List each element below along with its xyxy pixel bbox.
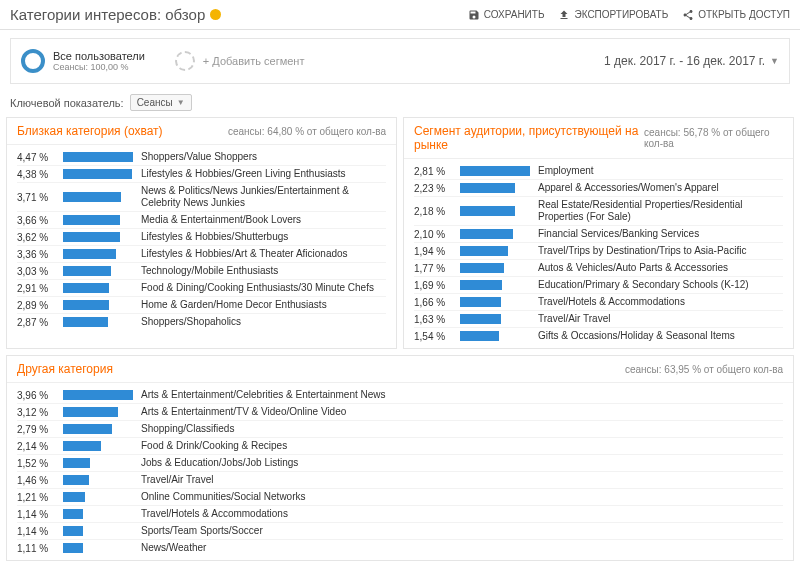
table-row[interactable]: 3,96 %Arts & Entertainment/Celebrities &… (17, 387, 783, 404)
row-label: Travel/Hotels & Accommodations (538, 296, 783, 308)
other-title[interactable]: Другая категория (17, 362, 113, 376)
row-label: Shoppers/Shopaholics (141, 316, 386, 328)
bar (63, 249, 116, 259)
affinity-title[interactable]: Близкая категория (охват) (17, 124, 163, 138)
table-row[interactable]: 2,81 %Employment (414, 163, 783, 180)
top-panels: Близкая категория (охват) сеансы: 64,80 … (0, 117, 800, 349)
title-text: Категории интересов: обзор (10, 6, 205, 23)
table-row[interactable]: 3,12 %Arts & Entertainment/TV & Video/On… (17, 404, 783, 421)
row-label: Media & Entertainment/Book Lovers (141, 214, 386, 226)
table-row[interactable]: 1,66 %Travel/Hotels & Accommodations (414, 294, 783, 311)
bar (63, 543, 83, 553)
share-button[interactable]: ОТКРЫТЬ ДОСТУП (682, 9, 790, 21)
bar-wrap (63, 300, 133, 310)
bar-wrap (63, 526, 133, 536)
add-segment-label: + Добавить сегмент (203, 55, 305, 67)
table-row[interactable]: 1,46 %Travel/Air Travel (17, 472, 783, 489)
table-row[interactable]: 1,94 %Travel/Trips by Destination/Trips … (414, 243, 783, 260)
table-row[interactable]: 3,66 %Media & Entertainment/Book Lovers (17, 212, 386, 229)
table-row[interactable]: 1,77 %Autos & Vehicles/Auto Parts & Acce… (414, 260, 783, 277)
save-button[interactable]: СОХРАНИТЬ (468, 9, 545, 21)
percent-value: 3,66 % (17, 215, 63, 226)
export-button[interactable]: ЭКСПОРТИРОВАТЬ (558, 9, 668, 21)
bar-wrap (460, 331, 530, 341)
segment-all-users[interactable]: Все пользователи Сеансы: 100,00 % (21, 49, 145, 73)
inmarket-sub: сеансы: 56,78 % от общего кол-ва (644, 127, 783, 149)
table-row[interactable]: 1,52 %Jobs & Education/Jobs/Job Listings (17, 455, 783, 472)
bar (63, 266, 111, 276)
table-row[interactable]: 1,14 %Travel/Hotels & Accommodations (17, 506, 783, 523)
table-row[interactable]: 2,91 %Food & Dining/Cooking Enthusiasts/… (17, 280, 386, 297)
table-row[interactable]: 2,89 %Home & Garden/Home Decor Enthusias… (17, 297, 386, 314)
percent-value: 1,14 % (17, 526, 63, 537)
table-row[interactable]: 1,63 %Travel/Air Travel (414, 311, 783, 328)
percent-value: 1,66 % (414, 297, 460, 308)
bar-wrap (63, 424, 133, 434)
percent-value: 1,21 % (17, 492, 63, 503)
percent-value: 1,14 % (17, 509, 63, 520)
percent-value: 4,38 % (17, 169, 63, 180)
other-rows: 3,96 %Arts & Entertainment/Celebrities &… (7, 383, 793, 560)
add-circle-icon (175, 51, 195, 71)
percent-value: 1,77 % (414, 263, 460, 274)
table-row[interactable]: 2,79 %Shopping/Classifieds (17, 421, 783, 438)
metric-select[interactable]: Сеансы ▼ (130, 94, 192, 111)
bar-wrap (460, 246, 530, 256)
row-label: Lifestyles & Hobbies/Green Living Enthus… (141, 168, 386, 180)
table-row[interactable]: 3,03 %Technology/Mobile Enthusiasts (17, 263, 386, 280)
bar (63, 390, 133, 400)
circle-icon (21, 49, 45, 73)
table-row[interactable]: 1,69 %Education/Primary & Secondary Scho… (414, 277, 783, 294)
percent-value: 1,52 % (17, 458, 63, 469)
bar-wrap (460, 183, 530, 193)
percent-value: 3,36 % (17, 249, 63, 260)
row-label: Arts & Entertainment/TV & Video/Online V… (141, 406, 783, 418)
table-row[interactable]: 1,54 %Gifts & Occasions/Holiday & Season… (414, 328, 783, 344)
bar (460, 183, 515, 193)
bar (63, 458, 90, 468)
row-label: Employment (538, 165, 783, 177)
bar (460, 166, 530, 176)
row-label: Shoppers/Value Shoppers (141, 151, 386, 163)
row-label: Lifestyles & Hobbies/Shutterbugs (141, 231, 386, 243)
row-label: Travel/Air Travel (538, 313, 783, 325)
inmarket-title[interactable]: Сегмент аудитории, присутствующей на рын… (414, 124, 644, 152)
table-row[interactable]: 2,10 %Financial Services/Banking Service… (414, 226, 783, 243)
table-row[interactable]: 3,36 %Lifestyles & Hobbies/Art & Theater… (17, 246, 386, 263)
date-range-picker[interactable]: 1 дек. 2017 г. - 16 дек. 2017 г. ▼ (604, 54, 779, 68)
caret-down-icon: ▼ (177, 98, 185, 107)
table-row[interactable]: 2,18 %Real Estate/Residential Properties… (414, 197, 783, 226)
table-row[interactable]: 1,11 %News/Weather (17, 540, 783, 556)
bar-wrap (63, 283, 133, 293)
table-row[interactable]: 4,38 %Lifestyles & Hobbies/Green Living … (17, 166, 386, 183)
row-label: Jobs & Education/Jobs/Job Listings (141, 457, 783, 469)
bar-wrap (63, 475, 133, 485)
metric-label: Ключевой показатель: (10, 97, 124, 109)
bar-wrap (63, 390, 133, 400)
bar-wrap (63, 509, 133, 519)
bar-wrap (460, 297, 530, 307)
table-row[interactable]: 2,14 %Food & Drink/Cooking & Recipes (17, 438, 783, 455)
bar-wrap (63, 441, 133, 451)
table-row[interactable]: 3,62 %Lifestyles & Hobbies/Shutterbugs (17, 229, 386, 246)
bar (460, 297, 501, 307)
table-row[interactable]: 1,14 %Sports/Team Sports/Soccer (17, 523, 783, 540)
table-row[interactable]: 2,23 %Apparel & Accessories/Women's Appa… (414, 180, 783, 197)
row-label: News & Politics/News Junkies/Entertainme… (141, 185, 386, 209)
bar-wrap (63, 215, 133, 225)
percent-value: 1,94 % (414, 246, 460, 257)
table-row[interactable]: 3,71 %News & Politics/News Junkies/Enter… (17, 183, 386, 212)
row-label: Real Estate/Residential Properties/Resid… (538, 199, 783, 223)
bar (460, 229, 513, 239)
percent-value: 3,71 % (17, 192, 63, 203)
export-icon (558, 9, 570, 21)
bar-wrap (63, 492, 133, 502)
table-row[interactable]: 1,21 %Online Communities/Social Networks (17, 489, 783, 506)
row-label: Travel/Hotels & Accommodations (141, 508, 783, 520)
table-row[interactable]: 4,47 %Shoppers/Value Shoppers (17, 149, 386, 166)
table-row[interactable]: 2,87 %Shoppers/Shopaholics (17, 314, 386, 330)
add-segment-button[interactable]: + Добавить сегмент (175, 51, 305, 71)
bar-wrap (460, 206, 530, 216)
shield-icon (210, 9, 221, 20)
bar-wrap (460, 314, 530, 324)
